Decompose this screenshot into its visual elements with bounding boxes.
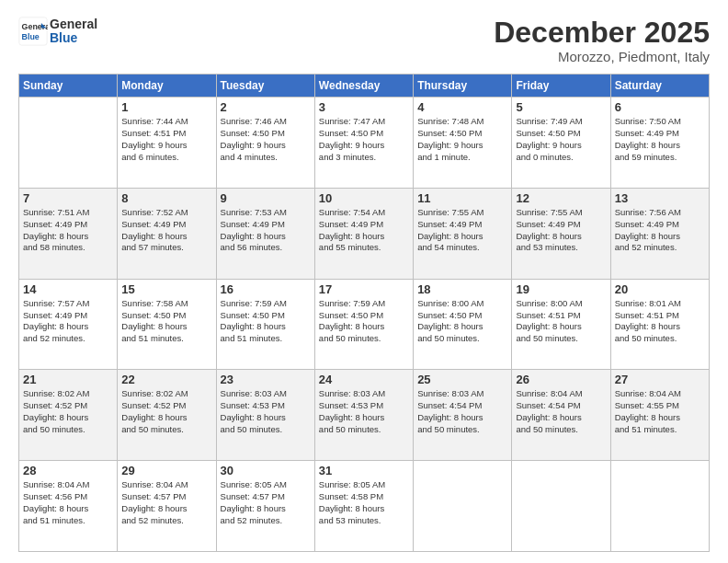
logo-blue: Blue [50, 31, 97, 45]
svg-text:Blue: Blue [22, 32, 40, 41]
calendar-cell: 29Sunrise: 8:04 AMSunset: 4:57 PMDayligh… [118, 461, 216, 552]
week-row-5: 28Sunrise: 8:04 AMSunset: 4:56 PMDayligh… [19, 461, 710, 552]
calendar-cell: 20Sunrise: 8:01 AMSunset: 4:51 PMDayligh… [610, 279, 709, 370]
day-info: Sunrise: 8:04 AMSunset: 4:55 PMDaylight:… [615, 388, 705, 435]
day-number: 14 [23, 282, 113, 296]
day-number: 24 [319, 373, 409, 386]
day-info: Sunrise: 8:00 AMSunset: 4:51 PMDaylight:… [516, 298, 606, 345]
day-info: Sunrise: 8:03 AMSunset: 4:53 PMDaylight:… [221, 388, 311, 435]
day-number: 11 [417, 191, 507, 205]
day-info: Sunrise: 8:03 AMSunset: 4:54 PMDaylight:… [417, 388, 507, 435]
day-number: 4 [417, 100, 507, 114]
day-info: Sunrise: 7:50 AMSunset: 4:49 PMDaylight:… [615, 116, 705, 163]
day-info: Sunrise: 8:00 AMSunset: 4:50 PMDaylight:… [417, 298, 507, 345]
calendar-cell: 12Sunrise: 7:55 AMSunset: 4:49 PMDayligh… [512, 188, 610, 279]
month-title: December 2025 [494, 17, 710, 49]
day-number: 12 [516, 191, 606, 205]
day-number: 9 [221, 191, 311, 205]
week-row-1: 1Sunrise: 7:44 AMSunset: 4:51 PMDaylight… [19, 98, 710, 189]
location: Morozzo, Piedmont, Italy [494, 49, 710, 64]
calendar-cell: 8Sunrise: 7:52 AMSunset: 4:49 PMDaylight… [118, 188, 216, 279]
calendar-cell: 6Sunrise: 7:50 AMSunset: 4:49 PMDaylight… [610, 98, 709, 189]
day-number: 1 [121, 100, 211, 114]
col-friday: Friday [512, 75, 610, 98]
calendar-cell: 9Sunrise: 7:53 AMSunset: 4:49 PMDaylight… [216, 188, 314, 279]
day-info: Sunrise: 8:05 AMSunset: 4:57 PMDaylight:… [221, 479, 311, 526]
col-sunday: Sunday [19, 75, 118, 98]
col-wednesday: Wednesday [314, 75, 413, 98]
day-info: Sunrise: 8:02 AMSunset: 4:52 PMDaylight:… [121, 388, 211, 435]
day-number: 21 [23, 373, 113, 386]
week-row-2: 7Sunrise: 7:51 AMSunset: 4:49 PMDaylight… [19, 188, 710, 279]
day-number: 25 [417, 373, 507, 386]
title-block: December 2025 Morozzo, Piedmont, Italy [494, 17, 710, 64]
day-info: Sunrise: 7:57 AMSunset: 4:49 PMDaylight:… [23, 298, 113, 345]
calendar-header-row: Sunday Monday Tuesday Wednesday Thursday… [19, 75, 710, 98]
day-number: 3 [319, 100, 409, 114]
calendar-cell [512, 461, 610, 552]
page: General Blue General Blue December 2025 … [0, 0, 728, 563]
header: General Blue General Blue December 2025 … [18, 17, 710, 64]
day-number: 26 [516, 373, 606, 386]
calendar-cell: 16Sunrise: 7:59 AMSunset: 4:50 PMDayligh… [216, 279, 314, 370]
calendar-cell: 17Sunrise: 7:59 AMSunset: 4:50 PMDayligh… [314, 279, 413, 370]
day-number: 6 [615, 100, 705, 114]
day-number: 7 [23, 191, 113, 205]
day-number: 2 [221, 100, 311, 114]
day-number: 5 [516, 100, 606, 114]
day-info: Sunrise: 7:52 AMSunset: 4:49 PMDaylight:… [121, 207, 211, 254]
col-saturday: Saturday [610, 75, 709, 98]
calendar-cell: 14Sunrise: 7:57 AMSunset: 4:49 PMDayligh… [19, 279, 118, 370]
day-number: 29 [121, 464, 211, 477]
calendar-cell: 11Sunrise: 7:55 AMSunset: 4:49 PMDayligh… [414, 188, 512, 279]
day-number: 19 [516, 282, 606, 296]
day-info: Sunrise: 8:04 AMSunset: 4:57 PMDaylight:… [121, 479, 211, 526]
day-info: Sunrise: 7:53 AMSunset: 4:49 PMDaylight:… [221, 207, 311, 254]
calendar-cell: 3Sunrise: 7:47 AMSunset: 4:50 PMDaylight… [314, 98, 413, 189]
day-info: Sunrise: 8:04 AMSunset: 4:54 PMDaylight:… [516, 388, 606, 435]
calendar-cell: 22Sunrise: 8:02 AMSunset: 4:52 PMDayligh… [118, 370, 216, 461]
calendar-cell: 1Sunrise: 7:44 AMSunset: 4:51 PMDaylight… [118, 98, 216, 189]
day-number: 31 [319, 464, 409, 477]
calendar-cell: 4Sunrise: 7:48 AMSunset: 4:50 PMDaylight… [414, 98, 512, 189]
calendar-cell: 19Sunrise: 8:00 AMSunset: 4:51 PMDayligh… [512, 279, 610, 370]
day-info: Sunrise: 8:02 AMSunset: 4:52 PMDaylight:… [23, 388, 113, 435]
day-number: 23 [221, 373, 311, 386]
day-info: Sunrise: 8:03 AMSunset: 4:53 PMDaylight:… [319, 388, 409, 435]
day-info: Sunrise: 7:55 AMSunset: 4:49 PMDaylight:… [417, 207, 507, 254]
day-info: Sunrise: 8:04 AMSunset: 4:56 PMDaylight:… [23, 479, 113, 526]
col-thursday: Thursday [414, 75, 512, 98]
week-row-3: 14Sunrise: 7:57 AMSunset: 4:49 PMDayligh… [19, 279, 710, 370]
col-monday: Monday [118, 75, 216, 98]
day-info: Sunrise: 7:48 AMSunset: 4:50 PMDaylight:… [417, 116, 507, 163]
day-info: Sunrise: 7:51 AMSunset: 4:49 PMDaylight:… [23, 207, 113, 254]
day-number: 30 [221, 464, 311, 477]
calendar-cell: 15Sunrise: 7:58 AMSunset: 4:50 PMDayligh… [118, 279, 216, 370]
logo: General Blue General Blue [18, 17, 97, 46]
calendar-cell: 25Sunrise: 8:03 AMSunset: 4:54 PMDayligh… [414, 370, 512, 461]
day-info: Sunrise: 7:56 AMSunset: 4:49 PMDaylight:… [615, 207, 705, 254]
day-info: Sunrise: 7:59 AMSunset: 4:50 PMDaylight:… [221, 298, 311, 345]
day-info: Sunrise: 7:59 AMSunset: 4:50 PMDaylight:… [319, 298, 409, 345]
calendar-cell: 5Sunrise: 7:49 AMSunset: 4:50 PMDaylight… [512, 98, 610, 189]
calendar-cell: 23Sunrise: 8:03 AMSunset: 4:53 PMDayligh… [216, 370, 314, 461]
day-number: 10 [319, 191, 409, 205]
calendar-cell: 28Sunrise: 8:04 AMSunset: 4:56 PMDayligh… [19, 461, 118, 552]
calendar-cell [19, 98, 118, 189]
calendar-cell: 30Sunrise: 8:05 AMSunset: 4:57 PMDayligh… [216, 461, 314, 552]
calendar-cell: 7Sunrise: 7:51 AMSunset: 4:49 PMDaylight… [19, 188, 118, 279]
week-row-4: 21Sunrise: 8:02 AMSunset: 4:52 PMDayligh… [19, 370, 710, 461]
day-info: Sunrise: 7:54 AMSunset: 4:49 PMDaylight:… [319, 207, 409, 254]
calendar-cell: 21Sunrise: 8:02 AMSunset: 4:52 PMDayligh… [19, 370, 118, 461]
calendar-cell: 18Sunrise: 8:00 AMSunset: 4:50 PMDayligh… [414, 279, 512, 370]
day-number: 8 [121, 191, 211, 205]
day-info: Sunrise: 7:49 AMSunset: 4:50 PMDaylight:… [516, 116, 606, 163]
calendar-cell: 2Sunrise: 7:46 AMSunset: 4:50 PMDaylight… [216, 98, 314, 189]
day-number: 13 [615, 191, 705, 205]
calendar-cell [414, 461, 512, 552]
calendar-cell: 24Sunrise: 8:03 AMSunset: 4:53 PMDayligh… [314, 370, 413, 461]
calendar-cell [610, 461, 709, 552]
calendar-table: Sunday Monday Tuesday Wednesday Thursday… [18, 74, 710, 552]
day-info: Sunrise: 8:01 AMSunset: 4:51 PMDaylight:… [615, 298, 705, 345]
day-number: 22 [121, 373, 211, 386]
